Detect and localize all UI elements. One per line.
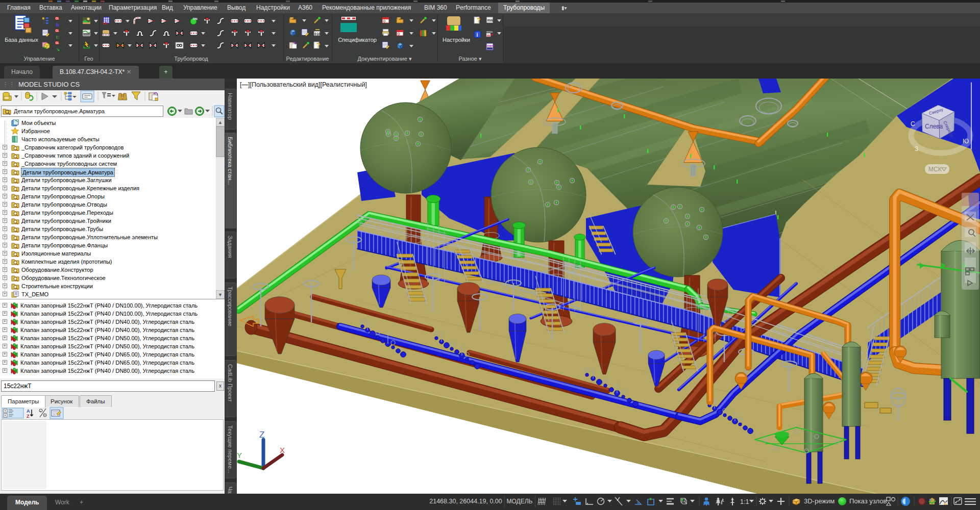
svg-text:ms: ms bbox=[487, 18, 494, 22]
svg-text:t↓: t↓ bbox=[56, 35, 60, 40]
svg-text:DN: DN bbox=[193, 17, 198, 20]
svg-text:+: + bbox=[4, 409, 6, 413]
svg-text:CL: CL bbox=[56, 29, 59, 32]
svg-text:CL: CL bbox=[56, 41, 59, 44]
svg-text:?: ? bbox=[477, 17, 480, 24]
svg-text:CL: CL bbox=[56, 17, 59, 20]
svg-text:МСК: МСК bbox=[928, 166, 942, 173]
svg-text:нпхс: нпхс bbox=[486, 30, 493, 33]
svg-text:A: A bbox=[27, 409, 30, 414]
svg-text:+: + bbox=[40, 410, 42, 413]
svg-text:010: 010 bbox=[314, 32, 321, 36]
svg-text:Ю: Ю bbox=[963, 138, 969, 145]
svg-text:DWG: DWG bbox=[487, 44, 495, 47]
svg-text:i: i bbox=[477, 32, 478, 38]
svg-text:X: X bbox=[280, 446, 285, 454]
svg-text:Z: Z bbox=[27, 414, 30, 419]
svg-text:З: З bbox=[915, 145, 918, 152]
svg-text:b: b bbox=[56, 22, 59, 28]
svg-text:!: ! bbox=[945, 501, 946, 506]
svg-text:1A: 1A bbox=[102, 21, 107, 26]
svg-text:↘: ↘ bbox=[56, 47, 60, 52]
svg-text:?: ? bbox=[316, 42, 320, 49]
svg-text:+: + bbox=[4, 414, 6, 417]
svg-text:m: m bbox=[487, 34, 490, 37]
svg-text:Слева: Слева bbox=[925, 123, 943, 130]
svg-text:С: С bbox=[911, 120, 915, 128]
svg-text:Z: Z bbox=[259, 430, 264, 440]
svg-text:Y: Y bbox=[237, 451, 242, 460]
